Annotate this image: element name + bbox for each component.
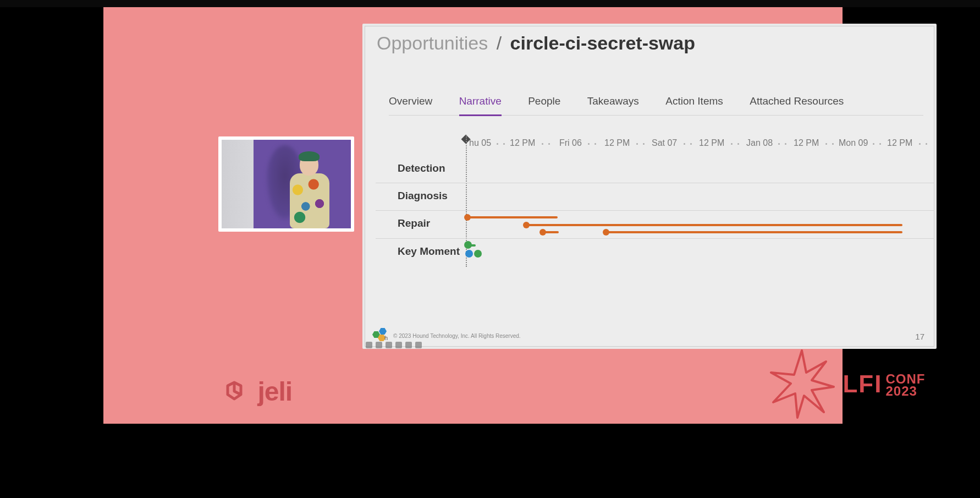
- axis-tick: hu 05: [469, 138, 491, 148]
- breadcrumb-root[interactable]: Opportunities: [377, 32, 488, 53]
- axis-tick: 12 PM: [887, 138, 912, 148]
- row-label: Diagnosis: [398, 190, 448, 202]
- axis-tick: 12 PM: [699, 138, 724, 148]
- slide-number: 17: [915, 332, 924, 341]
- tab-narrative[interactable]: Narrative: [459, 91, 502, 116]
- repair-span[interactable]: [467, 216, 558, 218]
- axis-tick: Fri 06: [559, 138, 582, 148]
- breadcrumb-leaf: circle-ci-secret-swap: [510, 32, 695, 53]
- lfi-main-text: LFI: [843, 373, 882, 395]
- tab-attached-resources[interactable]: Attached Resources: [750, 91, 844, 114]
- letterbox-left: [0, 7, 103, 424]
- key-moment-dot[interactable]: [474, 250, 482, 258]
- jeli-mark-icon: [222, 377, 253, 410]
- breadcrumb-separator: /: [497, 32, 502, 53]
- timeline-row-detection[interactable]: Detection: [376, 156, 934, 183]
- tab-people[interactable]: People: [528, 91, 560, 114]
- tab-bar: Overview Narrative People Takeaways Acti…: [389, 91, 923, 116]
- repair-span[interactable]: [526, 224, 902, 226]
- row-label: Key Moment: [398, 245, 460, 258]
- narrative-timeline[interactable]: hu 05 12 PM Fri 06 12 PM Sat 07 12 PM Ja…: [376, 129, 934, 289]
- browser-top-bar: [0, 0, 980, 7]
- key-moment-dot[interactable]: [464, 241, 472, 249]
- row-label: Repair: [398, 217, 430, 229]
- jeli-wordmark: jeli: [257, 376, 292, 407]
- slide-footer: h © 2023 Hound Technology, Inc. All Righ…: [370, 328, 521, 343]
- jeli-logo: jeli: [222, 377, 299, 412]
- tab-takeaways[interactable]: Takeaways: [587, 91, 639, 114]
- axis-tick: Jan 08: [746, 138, 773, 148]
- honeycomb-logo-icon: h: [370, 328, 389, 343]
- lfi-conf-logo: LFI CONF 2023: [769, 348, 939, 420]
- time-axis: hu 05 12 PM Fri 06 12 PM Sat 07 12 PM Ja…: [458, 138, 934, 149]
- repair-span[interactable]: [605, 231, 902, 233]
- cropped-toolbar: [365, 342, 422, 348]
- axis-tick: 12 PM: [510, 138, 535, 148]
- letterbox-bottom: [0, 424, 980, 498]
- slide-background: jeli LFI CONF 2023 Opportunities / circl…: [103, 7, 843, 424]
- timeline-row-repair[interactable]: Repair: [376, 211, 934, 239]
- tab-overview[interactable]: Overview: [389, 91, 432, 114]
- axis-tick: Sat 07: [652, 138, 677, 148]
- timeline-row-diagnosis[interactable]: Diagnosis: [376, 183, 934, 211]
- breadcrumb: Opportunities / circle-ci-secret-swap: [377, 32, 695, 54]
- key-moment-dot[interactable]: [465, 250, 473, 258]
- speaker-camera-frame: [218, 136, 354, 232]
- copyright-text: © 2023 Hound Technology, Inc. All Rights…: [393, 333, 521, 339]
- lfi-year-text: 2023: [885, 385, 925, 397]
- speaker-camera: [222, 140, 351, 228]
- axis-tick: 12 PM: [604, 138, 630, 148]
- axis-tick: 12 PM: [794, 138, 819, 148]
- timeline-row-key-moment[interactable]: Key Moment: [376, 239, 934, 266]
- repair-span[interactable]: [542, 231, 559, 233]
- starburst-icon: [769, 348, 835, 422]
- tab-action-items[interactable]: Action Items: [665, 91, 723, 114]
- axis-tick: Mon 09: [839, 138, 868, 148]
- row-label: Detection: [398, 162, 445, 174]
- app-panel: Opportunities / circle-ci-secret-swap Ov…: [362, 24, 937, 349]
